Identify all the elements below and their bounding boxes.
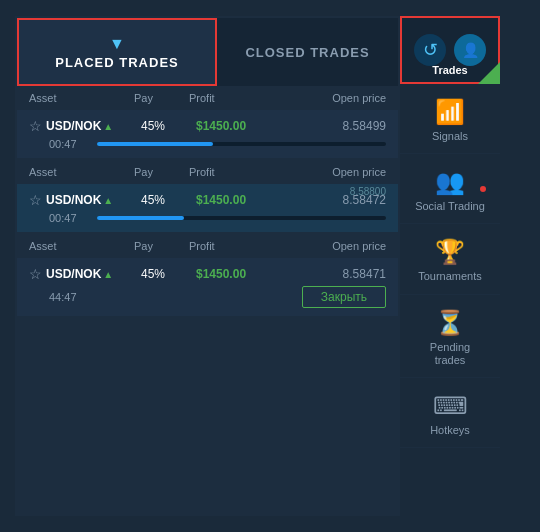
tab-closed[interactable]: CLOSED TRADES [217,18,398,86]
asset-info-2: USD/NOK ▲ [46,193,141,207]
replay-icon: ↺ [423,39,438,61]
col-profit-label-2: Profit [189,166,259,178]
progress-fill-1 [97,142,213,146]
trade-header-1: Asset Pay Profit Open price [17,86,398,110]
col-asset-label: Asset [29,92,134,104]
signals-label: Signals [432,130,468,143]
sidebar-item-social-trading[interactable]: 👥 Social Trading [400,154,500,224]
trade-header-3: Asset Pay Profit Open price [17,234,398,258]
sidebar-item-hotkeys[interactable]: ⌨ Hotkeys [400,378,500,448]
pending-trades-icon: ⏳ [435,309,465,337]
col-asset-label-3: Asset [29,240,134,252]
col-pay-label: Pay [134,92,189,104]
sidebar-item-tournaments[interactable]: 🏆 Tournaments [400,224,500,294]
pay-val-3: 45% [141,267,196,281]
trades-content: Asset Pay Profit Open price ☆ USD/NOK ▲ … [17,86,398,514]
col-open-label: Open price [259,92,386,104]
direction-icon-1: ▲ [103,121,113,132]
progress-bar-1 [97,142,386,146]
sidebar-item-pending-trades[interactable]: ⏳ Pendingtrades [400,295,500,378]
trade-header-2: Asset Pay Profit Open price [17,160,398,184]
close-button-3[interactable]: Закрыть [302,286,386,308]
asset-name-1: USD/NOK [46,119,101,133]
green-corner-decoration [478,62,500,84]
progress-bar-2 [97,216,386,220]
timer-2: 00:47 [49,212,89,224]
progress-fill-2 [97,216,184,220]
col-pay-label-2: Pay [134,166,189,178]
highlight-price-2: 8.58800 [350,186,386,197]
direction-icon-2: ▲ [103,195,113,206]
asset-info-3: USD/NOK ▲ [46,267,141,281]
star-2[interactable]: ☆ [29,192,42,208]
tab-placed[interactable]: ▼ PLACED TRADES [17,18,217,86]
profit-val-3: $1450.00 [196,267,266,281]
star-3[interactable]: ☆ [29,266,42,282]
hotkeys-icon: ⌨ [433,392,468,420]
profit-val-2: $1450.00 [196,193,266,207]
person-icon: 👤 [462,42,479,58]
asset-name-3: USD/NOK [46,267,101,281]
open-val-1: 8.58499 [266,119,386,133]
col-asset-label-2: Asset [29,166,134,178]
arrow-down-icon: ▼ [109,35,125,53]
asset-name-2: USD/NOK [46,193,101,207]
trade-row-3: ☆ USD/NOK ▲ 45% $1450.00 8.58471 44:47 З… [17,258,398,316]
asset-info-1: USD/NOK ▲ [46,119,141,133]
sidebar-item-signals[interactable]: 📶 Signals [400,84,500,154]
col-open-label-2: Open price [259,166,386,178]
hotkeys-label: Hotkeys [430,424,470,437]
dot-indicator [480,186,486,192]
social-trading-icon: 👥 [435,168,465,196]
timer-1: 00:47 [49,138,89,150]
sidebar-top-trades: ↺ 👤 Trades [400,16,500,84]
signals-icon: 📶 [435,98,465,126]
tournaments-label: Tournaments [418,270,482,283]
social-trading-label: Social Trading [415,200,485,213]
tab-closed-label: CLOSED TRADES [245,45,369,60]
pending-trades-label: Pendingtrades [430,341,470,367]
col-pay-label-3: Pay [134,240,189,252]
replay-icon-btn[interactable]: ↺ [414,34,446,66]
trade-row-2: 8.58800 ☆ USD/NOK ▲ 45% $1450.00 8.58472… [17,184,398,232]
star-1[interactable]: ☆ [29,118,42,134]
timer-3: 44:47 [49,291,89,303]
pay-val-2: 45% [141,193,196,207]
open-val-3: 8.58471 [266,267,386,281]
trades-label: Trades [432,64,467,76]
tab-placed-label: PLACED TRADES [55,55,179,70]
tournaments-icon: 🏆 [435,238,465,266]
right-sidebar: ↺ 👤 Trades 📶 Signals 👥 Social Trading 🏆 … [400,16,500,516]
col-profit-label-3: Profit [189,240,259,252]
profit-val-1: $1450.00 [196,119,266,133]
left-panel: ▼ PLACED TRADES CLOSED TRADES Asset Pay … [15,16,400,516]
col-profit-label: Profit [189,92,259,104]
trade-row-1: ☆ USD/NOK ▲ 45% $1450.00 8.58499 00:47 [17,110,398,158]
tabs-container: ▼ PLACED TRADES CLOSED TRADES [17,18,398,86]
pay-val-1: 45% [141,119,196,133]
direction-icon-3: ▲ [103,269,113,280]
col-open-label-3: Open price [259,240,386,252]
